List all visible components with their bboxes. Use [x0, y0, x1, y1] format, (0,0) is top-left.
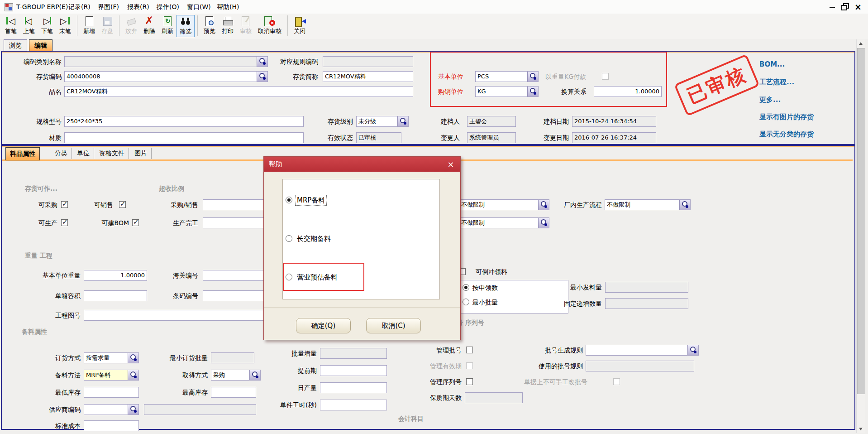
- scroll-up-icon[interactable]: [857, 39, 865, 48]
- tab-edit[interactable]: 编辑: [29, 39, 52, 51]
- option-mrp-radio[interactable]: [286, 197, 292, 203]
- restriction1-dropdown[interactable]: 不做限制: [459, 199, 549, 210]
- lookup-icon[interactable]: [679, 200, 690, 210]
- dialog-close-icon[interactable]: ×: [445, 157, 457, 172]
- lookup-icon[interactable]: [128, 353, 138, 363]
- base-unit-weight-input[interactable]: 1.00000: [84, 270, 147, 281]
- producible-checkbox[interactable]: [61, 219, 68, 226]
- vertical-scrollbar[interactable]: [856, 39, 865, 433]
- issue-by-request-radio[interactable]: [463, 284, 469, 291]
- issue-by-minbatch-radio[interactable]: [463, 299, 469, 305]
- menu-interface[interactable]: 界面(F): [98, 0, 119, 14]
- link-process[interactable]: 工艺流程...: [759, 78, 794, 87]
- lookup-icon[interactable]: [128, 370, 138, 380]
- min-stock-input[interactable]: [84, 387, 139, 398]
- subtab-image[interactable]: 图片: [130, 148, 152, 159]
- refresh-button[interactable]: 刷新: [158, 15, 176, 37]
- level-dropdown[interactable]: 未分级: [356, 116, 409, 127]
- dialog-ok-button[interactable]: 确定(Q): [296, 318, 351, 333]
- scrollbar-thumb[interactable]: [857, 48, 865, 394]
- item-code-input[interactable]: 400400008: [64, 71, 268, 82]
- close-window-icon[interactable]: ×: [854, 1, 863, 12]
- batch-rule-dropdown[interactable]: [586, 345, 699, 356]
- close-button[interactable]: 关闭: [291, 15, 309, 37]
- menu-help[interactable]: 帮助(H): [217, 0, 239, 14]
- help-dialog: 帮助 × MRP备料 长交期备料 营业预估备料 确定(Q) 取消(C): [263, 156, 461, 340]
- lookup-icon[interactable]: [397, 116, 408, 126]
- tab-browse[interactable]: 浏览: [4, 39, 27, 51]
- print-button[interactable]: 打印: [219, 15, 237, 37]
- std-cost-input[interactable]: [84, 420, 139, 431]
- lookup-icon[interactable]: [257, 57, 267, 67]
- scroll-down-icon[interactable]: [857, 425, 865, 433]
- section-prepare: 备料属性: [22, 328, 47, 336]
- lookup-icon[interactable]: [527, 72, 538, 82]
- manage-batch-checkbox[interactable]: [466, 347, 473, 353]
- menu-record[interactable]: 记录(R): [68, 0, 91, 14]
- filter-button[interactable]: 筛选: [176, 15, 195, 37]
- link-more[interactable]: 更多...: [759, 96, 781, 104]
- prev-record-button[interactable]: 上笔: [20, 15, 38, 37]
- section-account: 会计科目: [398, 415, 424, 423]
- dialog-cancel-button[interactable]: 取消(C): [366, 318, 421, 333]
- trade-unit-dropdown[interactable]: KG: [475, 86, 539, 97]
- last-record-button[interactable]: 末笔: [56, 15, 74, 37]
- unit-hours-input[interactable]: [320, 400, 387, 410]
- subtab-classification[interactable]: 分类: [51, 148, 72, 159]
- lookup-icon[interactable]: [538, 200, 549, 210]
- lead-time-input[interactable]: [320, 365, 387, 376]
- conversion-input[interactable]: 1.00000: [594, 86, 662, 97]
- dialog-title-bar[interactable]: 帮助 ×: [264, 157, 460, 172]
- option-mrp-label[interactable]: MRP备料: [296, 195, 326, 205]
- material-input[interactable]: [64, 132, 304, 143]
- option-long-leadtime-label[interactable]: 长交期备料: [296, 234, 332, 244]
- purchasable-checkbox[interactable]: [61, 201, 68, 208]
- max-stock-input[interactable]: [211, 387, 256, 398]
- toolbar-label: 新增: [83, 28, 95, 35]
- menu-report[interactable]: 报表(R): [127, 0, 149, 14]
- exit-door-icon: [293, 15, 306, 28]
- lookup-icon[interactable]: [527, 87, 538, 96]
- order-mode-dropdown[interactable]: 按需求量: [84, 352, 139, 363]
- spec-input[interactable]: 250*240*35: [64, 116, 304, 127]
- delete-button[interactable]: 删除: [140, 15, 158, 37]
- minimize-icon[interactable]: [830, 7, 835, 8]
- lookup-icon[interactable]: [687, 345, 698, 355]
- cancel-audit-button[interactable]: 取消审核: [255, 15, 285, 37]
- prepare-method-dropdown[interactable]: MRP备料: [84, 370, 139, 381]
- lookup-icon[interactable]: [128, 405, 138, 415]
- box-volume-input[interactable]: [84, 290, 147, 301]
- restriction2-dropdown[interactable]: 不做限制: [459, 217, 549, 228]
- toolbar-label: 下笔: [41, 28, 53, 35]
- link-show-unclassified[interactable]: 显示无分类的存货: [759, 130, 814, 139]
- item-abbr-input[interactable]: CR12MOV精料: [323, 71, 413, 82]
- menu-window[interactable]: 窗口(W): [187, 0, 211, 14]
- lookup-icon[interactable]: [249, 370, 260, 380]
- obtain-mode-dropdown[interactable]: 采购: [211, 370, 261, 381]
- factory-flow-dropdown[interactable]: 不做限制: [605, 199, 691, 210]
- subtab-unit[interactable]: 单位: [73, 148, 94, 159]
- sellable-checkbox[interactable]: [119, 201, 126, 208]
- base-unit-dropdown[interactable]: PCS: [475, 71, 539, 82]
- manage-serial-checkbox[interactable]: [466, 378, 473, 385]
- preview-button[interactable]: 预览: [200, 15, 219, 37]
- subtab-item-attributes[interactable]: 料品属性: [5, 147, 40, 160]
- menu-operation[interactable]: 操作(O): [157, 0, 179, 14]
- link-bom[interactable]: BOM...: [759, 60, 785, 68]
- bom-allowed-checkbox[interactable]: [132, 219, 139, 226]
- new-button[interactable]: 新增: [80, 15, 98, 37]
- next-record-button[interactable]: 下笔: [38, 15, 56, 37]
- lookup-icon[interactable]: [257, 72, 267, 82]
- supplier-code-dropdown[interactable]: [84, 404, 139, 415]
- label-manage-batch: 管理批号: [429, 345, 462, 356]
- menu-tgroup-erp[interactable]: T-GROUP ERP(E): [16, 0, 68, 14]
- subtab-qualification[interactable]: 资格文件: [95, 148, 129, 159]
- daily-output-input[interactable]: [320, 382, 387, 393]
- coding-category-input[interactable]: [64, 56, 268, 67]
- link-show-with-images[interactable]: 显示有图片的存货: [759, 113, 814, 121]
- first-record-button[interactable]: 首笔: [2, 15, 20, 37]
- item-name-input[interactable]: CR12MOV精料: [64, 86, 413, 97]
- restore-icon[interactable]: [841, 3, 848, 9]
- option-long-leadtime-radio[interactable]: [286, 235, 292, 242]
- lookup-icon[interactable]: [538, 218, 549, 228]
